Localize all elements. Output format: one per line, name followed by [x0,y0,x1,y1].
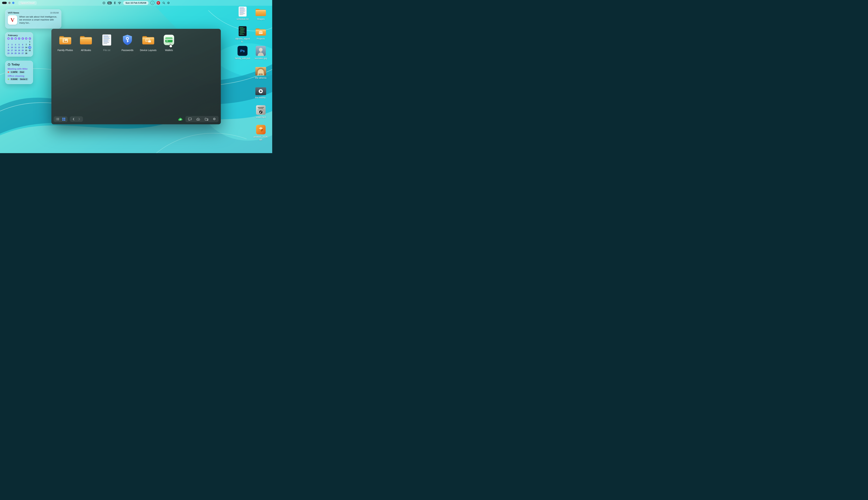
calendar-day-selected[interactable]: 15 [28,46,31,49]
today-widget[interactable]: Today Meeting with Mike 1:30PM Deal Offi… [5,61,33,84]
search-icon[interactable] [162,1,165,4]
desktop-item-the-athenia[interactable]: the athenia [252,65,269,79]
calendar-day [18,40,21,43]
calendar-day[interactable]: 10 [10,46,14,49]
desktop-item-soad-mp3[interactable]: soad.mp3 [252,104,269,118]
music-icon[interactable]: ♪ [150,1,154,5]
news-widget[interactable]: VATI News 10:05AM V When we talk about V… [5,9,61,29]
file-item-label: Passwords [122,49,133,52]
calendar-day[interactable]: 4 [14,43,18,46]
file-item-device-layouts[interactable]: Device Layouts [138,32,159,52]
calendar-day[interactable]: 16 [7,49,10,52]
image-file-icon [256,45,266,56]
window-settings-icon[interactable]: ⚙ [213,117,216,121]
calendar-day-header: T [11,37,13,40]
gear-glyph: ⚙ [213,117,216,121]
bluetooth-icon[interactable] [114,1,116,4]
calendar-day[interactable]: 2 [7,43,10,46]
calendar-day[interactable]: 6 [21,43,24,46]
forward-button[interactable] [79,118,80,121]
calendar-day[interactable]: 24 [10,52,14,55]
window-controls [2,2,14,4]
file-item-all-books[interactable]: All Books [76,32,96,52]
calendar-day[interactable]: 17 [10,49,14,52]
grid-view-button[interactable] [62,118,65,121]
navigation-buttons [70,116,83,122]
desktop-item-label: family_edit.psd [235,57,250,60]
calendar-day[interactable]: 28 [24,52,28,55]
file-item-family-photos[interactable]: Family Photos [55,32,76,52]
maximize-button[interactable] [12,2,14,4]
close-button[interactable] [2,2,7,4]
calendar-day[interactable]: 8 [28,43,32,46]
location-icon[interactable] [102,1,105,4]
desktop-item-the-history[interactable]: the history.. [252,84,269,99]
event-time-badge: 1:30PM [10,71,18,73]
calendar-day[interactable]: 19 [18,49,21,52]
calendar-day[interactable]: 7 [24,43,28,46]
back-button[interactable] [72,118,74,121]
calendar-day[interactable]: 14 [24,46,28,49]
desktop-item-shapes[interactable]: Shapes [252,6,269,21]
shared-folder-icon[interactable] [205,118,208,121]
news-source: VATI News [8,11,19,14]
desktop-item-family-edit-psd[interactable]: Ps family_edit.psd [234,45,251,60]
event-item[interactable]: Meeting with Mike 1:30PM Deal [8,68,31,73]
calendar-day[interactable]: 11 [14,46,18,49]
cloud-upload-icon[interactable] [196,117,200,121]
desktop-item-schedule-txt[interactable]: schedule.txt [234,6,251,21]
event-tag-badge: Deal [19,71,25,73]
calendar-day[interactable]: 25 [14,52,18,55]
calendar-day[interactable]: 21 [24,49,28,52]
calendar-day-header: W [14,37,17,40]
toolbar-actions: ⚙ [185,116,219,122]
file-item-passwords[interactable]: Passwords [117,32,138,52]
language-badge[interactable]: En [107,2,112,4]
settings-icon[interactable]: ⚙ [167,1,170,4]
sync-status-icon[interactable] [178,117,183,121]
wifi-icon[interactable] [118,2,121,4]
calendar-day[interactable]: 5 [18,43,21,46]
calendar-day-headers: MTWTFSS [7,37,32,40]
chat-icon[interactable] [188,117,192,121]
audio-file-icon [256,104,266,115]
desktop-item-dijkstra[interactable]: dijkstra_algorith.. [234,25,251,43]
file-item-file-txt[interactable]: File.txt [96,32,117,52]
calendar-day[interactable]: 9 [7,46,10,49]
list-view-button[interactable] [56,118,59,121]
calendar-day[interactable]: 26 [18,52,21,55]
calendar-day[interactable]: 22 [28,49,32,52]
file-item-label: Device Layouts [140,49,157,52]
file-manager-window: Family Photos All Books File.txt [52,29,221,124]
desktop-item-projects[interactable]: Projects [252,25,269,40]
calendar-day[interactable]: 20 [21,49,24,52]
menu-bar-status-cluster: En Sun 15 Feb 5:05AM ♪ V ⚙ [102,0,170,6]
calendar-day[interactable]: 12 [18,46,21,49]
desktop-item-label: the athenia [255,76,266,79]
desktop-item-label: socrates.jpg [255,57,267,60]
vati-app-icon[interactable]: V [156,1,160,5]
desktop-item-socrates-jpg[interactable]: socrates.jpg [252,45,269,60]
file-item-label: All Books [81,49,91,52]
file-item-label: File.txt [103,49,110,52]
datetime-display[interactable]: Sun 15 Feb 5:05AM [123,1,148,5]
app-menu-title[interactable]: SpaceCloud [18,1,37,5]
event-item[interactable]: Office cleaning 9:30AM Sector 2 [8,75,31,80]
desktop-item-product-2026[interactable]: product_2026.wh [252,124,269,141]
calendar-day [10,40,14,43]
calendar-day[interactable]: 18 [14,49,18,52]
folder-icon [79,35,92,45]
desktop-item-label: schedule.txt [237,18,249,21]
calendar-widget[interactable]: February MTWTFSS 12345678910111213141516… [5,32,33,57]
calendar-day[interactable]: 27 [21,52,24,55]
mouse-cursor-hand [168,43,172,48]
calendar-day[interactable]: 23 [7,52,10,55]
event-status-dot [8,71,9,73]
file-item-wallets[interactable]: Wallets [159,32,180,52]
minimize-button[interactable] [8,2,11,4]
calendar-day[interactable]: 3 [10,43,14,46]
calendar-day[interactable]: 1 [28,40,32,43]
desktop-item-label: Shapes [257,18,265,21]
desktop: SpaceCloud En Sun 15 Feb 5:05AM ♪ V ⚙ VA… [0,0,272,153]
calendar-day[interactable]: 13 [21,46,24,49]
